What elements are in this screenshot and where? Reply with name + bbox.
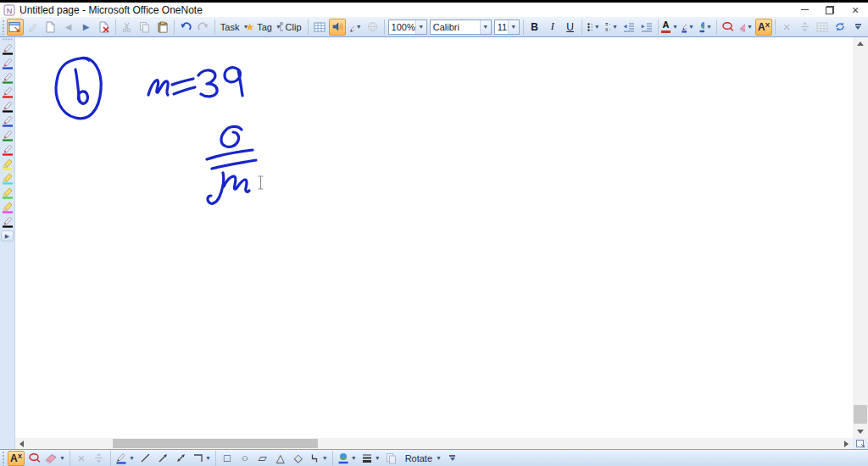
new-page-button[interactable]: [42, 19, 59, 36]
pen-button-medium-green[interactable]: [0, 128, 14, 142]
eraser-button[interactable]: ▼: [737, 19, 754, 36]
diamond-tool-button[interactable]: ◇: [290, 451, 307, 466]
eraser-tool-button[interactable]: ▼: [43, 451, 67, 466]
delete-page-button[interactable]: [96, 19, 113, 36]
pen-button-medium-red[interactable]: [0, 142, 14, 157]
lasso-select-button[interactable]: [720, 19, 737, 36]
ellipse-tool-button[interactable]: ○: [236, 451, 253, 466]
line-tool-button[interactable]: [137, 451, 154, 466]
drawing-toolbar-options-button[interactable]: [444, 451, 461, 466]
pen-button-highlighter-cyan[interactable]: [0, 171, 14, 186]
task-button[interactable]: Task ▼: [218, 19, 249, 36]
back-button[interactable]: ◀: [60, 19, 77, 36]
bullets-button[interactable]: ▼: [585, 19, 602, 36]
pen-button-thin-green[interactable]: [0, 70, 14, 85]
pen-button-highlighter-green[interactable]: [0, 186, 14, 200]
type-text-button[interactable]: AX: [755, 19, 772, 36]
scroll-left-button[interactable]: [15, 438, 28, 449]
line-color-button[interactable]: ▼: [336, 451, 359, 466]
insert-table-button[interactable]: [311, 19, 328, 36]
scroll-right-button[interactable]: [840, 438, 853, 449]
pen-button-medium-blue[interactable]: [0, 114, 14, 128]
pen-button-thin-blue[interactable]: [0, 56, 14, 70]
italic-button[interactable]: I: [544, 19, 561, 36]
line-thickness-button[interactable]: ▼: [359, 451, 382, 466]
polyline-tool-button[interactable]: ▼: [308, 451, 330, 466]
underline-button[interactable]: U: [562, 19, 579, 36]
toolbar-grip[interactable]: [2, 19, 4, 35]
parallelogram-tool-button[interactable]: ▱: [254, 451, 271, 466]
chevron-down-icon[interactable]: ▼: [415, 20, 426, 34]
toolbar-options-button[interactable]: [849, 19, 866, 36]
decrease-indent-button[interactable]: [620, 19, 637, 36]
double-arrow-line-tool-button[interactable]: [173, 451, 190, 466]
forward-button[interactable]: ▶: [78, 19, 95, 36]
rotate-button[interactable]: Rotate ▼: [401, 451, 443, 466]
pens-overflow-button[interactable]: ▶: [1, 230, 14, 241]
pen-button-highlighter-yellow[interactable]: [0, 157, 14, 171]
align-objects-button[interactable]: [796, 19, 813, 36]
numbering-button[interactable]: ▼: [603, 19, 620, 36]
vertical-scrollbar[interactable]: [853, 37, 868, 438]
triangle-tool-button[interactable]: △: [272, 451, 289, 466]
copy-button[interactable]: [136, 19, 153, 36]
chevron-down-icon[interactable]: ▼: [508, 20, 519, 34]
chevron-down-icon[interactable]: ▼: [480, 20, 491, 34]
toolbar-grip[interactable]: [2, 451, 5, 466]
font-name-combobox[interactable]: Calibri ▼: [430, 19, 492, 35]
chevron-down-icon: ▼: [322, 455, 328, 461]
pen-tool-button[interactable]: [25, 19, 42, 36]
sync-button[interactable]: [832, 19, 849, 36]
restore-button[interactable]: [817, 3, 843, 17]
duplicate-button[interactable]: [383, 451, 400, 466]
pen-button-thin-black[interactable]: [0, 42, 14, 56]
arrow-line-tool-button[interactable]: [155, 451, 172, 466]
minimize-button[interactable]: [792, 3, 817, 17]
font-color-button[interactable]: A ▼: [661, 19, 678, 36]
scroll-up-button[interactable]: [853, 37, 868, 50]
audio-recording-button[interactable]: [329, 19, 346, 36]
highlight-color-button[interactable]: ▼: [697, 19, 714, 36]
tag-button[interactable]: ★ Tag ▼: [249, 19, 277, 36]
page-navigation-corner-button[interactable]: [853, 438, 868, 449]
delete-tool-button[interactable]: ×: [73, 451, 90, 466]
horizontal-scroll-thumb[interactable]: [113, 439, 318, 448]
undo-button[interactable]: [177, 19, 194, 36]
page-canvas[interactable]: [15, 37, 853, 438]
chevron-down-icon: ▼: [436, 455, 442, 461]
redo-button[interactable]: [195, 19, 212, 36]
paste-button[interactable]: [154, 19, 171, 36]
pen-button-pen-black[interactable]: [0, 214, 14, 229]
rectangle-tool-button[interactable]: □: [219, 451, 236, 466]
horizontal-scrollbar[interactable]: [15, 438, 853, 449]
align-tool-button[interactable]: [91, 451, 108, 466]
zoom-value: 100%: [392, 22, 415, 32]
pen-button-medium-black[interactable]: [0, 99, 14, 114]
table-tool-button[interactable]: [814, 19, 831, 36]
pen-tool-select-button[interactable]: ▼: [114, 451, 136, 466]
ink-stroke-digit-9: [225, 68, 242, 96]
toolbar-grip[interactable]: [3, 38, 13, 41]
pen-button-thin-red[interactable]: [0, 85, 14, 99]
polyline-icon: [309, 452, 320, 463]
scroll-down-button[interactable]: [853, 425, 868, 438]
zoom-combobox[interactable]: 100% ▼: [388, 19, 427, 35]
delete-button[interactable]: ×: [778, 19, 795, 36]
cut-button[interactable]: [119, 19, 136, 36]
clip-button[interactable]: Clip: [278, 19, 305, 36]
increase-indent-button[interactable]: [638, 19, 655, 36]
window-controls: ×: [792, 3, 868, 17]
pen-mode-button[interactable]: ▼: [347, 19, 364, 36]
pen-color-button[interactable]: ▼: [679, 19, 696, 36]
pen-button-highlighter-magenta[interactable]: [0, 200, 14, 214]
close-button[interactable]: ×: [843, 3, 868, 17]
hyperlink-button[interactable]: [364, 19, 381, 36]
type-text-tool-button[interactable]: AX: [8, 451, 25, 466]
lasso-select-tool-button[interactable]: [25, 451, 42, 466]
font-size-combobox[interactable]: 11 ▼: [494, 19, 520, 35]
delete-page-icon: [98, 21, 110, 33]
bold-button[interactable]: B: [526, 19, 543, 36]
full-page-view-button[interactable]: [7, 19, 24, 36]
corner-line-tool-button[interactable]: ▼: [191, 451, 213, 466]
vertical-scroll-thumb[interactable]: [854, 405, 867, 424]
